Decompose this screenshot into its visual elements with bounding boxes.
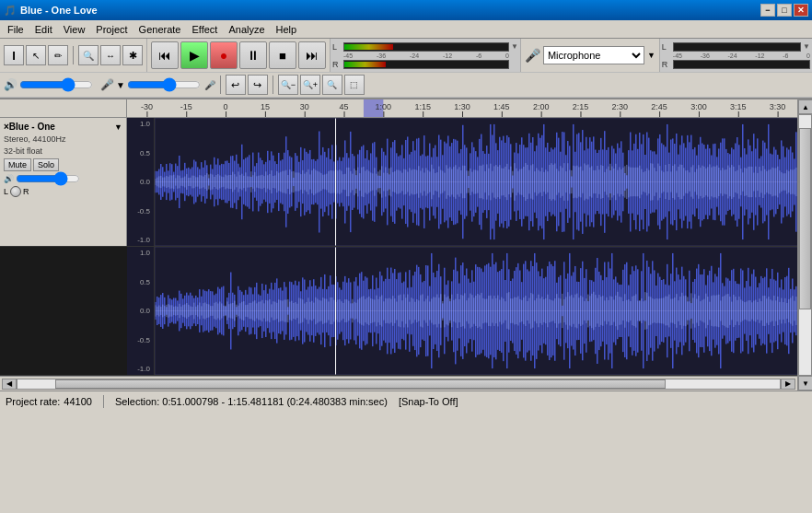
waveform-scale-1: 1.0 0.5 0.0 -0.5 -1.0 [127,118,155,246]
input-dropdown-icon[interactable]: ▼ [647,51,655,60]
vu-meter-left [343,42,509,52]
scale-2-mid: 0.0 [129,307,152,315]
undo-button[interactable]: ↩ [226,75,246,95]
horizontal-scrollbar: ◀ ▶ [0,376,797,391]
menu-item-edit[interactable]: Edit [29,22,58,37]
scroll-left-arrow[interactable]: ◀ [2,379,17,390]
minimize-button[interactable]: − [760,4,775,17]
vu-pb-scale-4: -12 [755,52,764,59]
vu-dropdown-left[interactable]: ▼ [511,42,518,51]
window-title: Blue - One Love [20,5,98,16]
vu-playback-left [673,42,801,52]
zoom-normal-button[interactable]: 🔍 [322,75,342,95]
scale-1-bot: -1.0 [129,236,152,244]
track-info-1b: 32-bit float [4,146,122,156]
track-volume-slider-1[interactable] [16,174,80,183]
scroll-track-vertical[interactable] [798,114,812,376]
vu-pb-scale-5: -6 [783,52,788,59]
menu-item-effect[interactable]: Effect [186,22,223,37]
transport-controls: ⏮ ▶ ● ⏸ ■ ⏭ [147,39,330,72]
scroll-right-arrow[interactable]: ▶ [781,379,795,390]
scroll-thumb-vertical[interactable] [799,128,811,309]
snap-section: [Snap-To Off] [399,396,458,407]
input-volume-slider[interactable] [127,78,201,91]
fastforward-button[interactable]: ⏭ [298,41,326,69]
vu-playback-left-label: L [662,42,671,52]
titlebar-title: 🎵 Blue - One Love [4,5,98,17]
toolbar-separator [73,46,74,64]
output-volume-slider[interactable] [19,78,93,91]
scroll-up-arrow[interactable]: ▲ [798,99,812,114]
waveform-canvas-1 [155,118,797,246]
menu-item-view[interactable]: View [58,22,91,37]
track-dropdown-1[interactable]: ▼ [114,122,122,132]
stop-icon: ■ [279,49,286,63]
content-area: × Blue - One ▼ Stereo, 44100Hz 32-bit fl… [0,99,812,391]
track-pan-row-1: L R [4,186,122,197]
scale-1-mid-top: 0.5 [129,149,152,157]
track-volume-row-1: 🔊 [4,174,122,183]
vu-right-label: R [332,60,342,69]
pause-button[interactable]: ⏸ [239,41,267,69]
pan-r-label-1: R [23,187,29,196]
waveform-scale-2: 1.0 0.5 0.0 -0.5 -1.0 [127,247,155,375]
redo-button[interactable]: ↪ [248,75,268,95]
record-button[interactable]: ● [210,41,238,69]
statusbar: Project rate: 44100 Selection: 0:51.0007… [0,391,812,411]
all-toolbars: I ↖ ✏ 🔍 ↔ ✱ ⏮ ▶ [0,39,812,99]
vu-scale-left-5: -6 [476,52,481,59]
vu-pb-scale-6: 0 [806,52,810,59]
scroll-down-arrow[interactable]: ▼ [798,376,812,391]
track-info-1a: Stereo, 44100Hz [4,134,122,144]
zoom-tool-button[interactable]: 🔍 [78,45,99,65]
ruler-ticks [127,99,797,117]
zoom-out-button[interactable]: 🔍− [278,75,298,95]
pan-knob-1[interactable] [10,186,21,197]
close-button[interactable]: ✕ [794,4,808,17]
scale-2-mid-bot: -0.5 [129,336,152,344]
envelope-tool-button[interactable]: ↖ [26,45,46,65]
rewind-button[interactable]: ⏮ [151,41,179,69]
vu-scale-left-4: -12 [443,52,452,59]
volume-icon-1: 🔊 [4,174,14,183]
vu-playback-right-label: R [662,60,671,69]
input-source-select[interactable]: Microphone Line In Stereo Mix [543,46,644,64]
vu-playback-dropdown[interactable]: ▼ [803,42,810,51]
snap-label: [Snap-To Off] [399,396,458,407]
selection-info: Selection: 0:51.000798 - 1:15.481181 (0:… [115,396,388,407]
tb-sep-2 [273,76,273,94]
zoom-sel-button[interactable]: ⬚ [344,75,365,95]
ruler-track-label [0,99,127,117]
mic-input-icon: 🎤 [100,78,114,91]
timeshift-tool-button[interactable]: ↔ [100,45,121,65]
select-tool-button[interactable]: I [4,45,24,65]
input-dropdown-arrow[interactable]: ▼ [116,80,125,90]
project-rate-value: 44100 [64,396,92,407]
selection-section: Selection: 0:51.000798 - 1:15.481181 (0:… [115,396,388,407]
track-name-1: Blue - One [9,122,114,132]
track-waveform-2: 1.0 0.5 0.0 -0.5 -1.0 [127,247,797,375]
track-2: 1.0 0.5 0.0 -0.5 -1.0 [0,247,797,376]
vu-pb-scale-1: -45 [673,52,682,59]
tracks-container: × Blue - One ▼ Stereo, 44100Hz 32-bit fl… [0,118,797,376]
draw-tool-button[interactable]: ✏ [48,45,68,65]
multi-tool-button[interactable]: ✱ [122,45,143,65]
mute-button-1[interactable]: Mute [4,158,31,171]
tb-sep-1 [220,76,221,94]
menu-item-generate[interactable]: Generate [133,22,187,37]
stop-button[interactable]: ■ [269,41,296,69]
tracks-and-scroll: × Blue - One ▼ Stereo, 44100Hz 32-bit fl… [0,99,797,391]
menu-item-help[interactable]: Help [271,22,303,37]
maximize-button[interactable]: □ [777,4,792,17]
menubar: FileEditViewProjectGenerateEffectAnalyze… [0,20,812,39]
pan-l-label-1: L [4,187,8,196]
vu-scale-left-3: -24 [410,52,419,59]
scroll-track-horizontal[interactable] [17,379,781,390]
zoom-in-button[interactable]: 🔍+ [300,75,320,95]
play-button[interactable]: ▶ [180,41,208,69]
menu-item-project[interactable]: Project [90,22,133,37]
menu-item-file[interactable]: File [2,22,29,37]
menu-item-analyze[interactable]: Analyze [223,22,270,37]
solo-button-1[interactable]: Solo [33,158,59,171]
scroll-thumb-horizontal[interactable] [55,379,665,389]
